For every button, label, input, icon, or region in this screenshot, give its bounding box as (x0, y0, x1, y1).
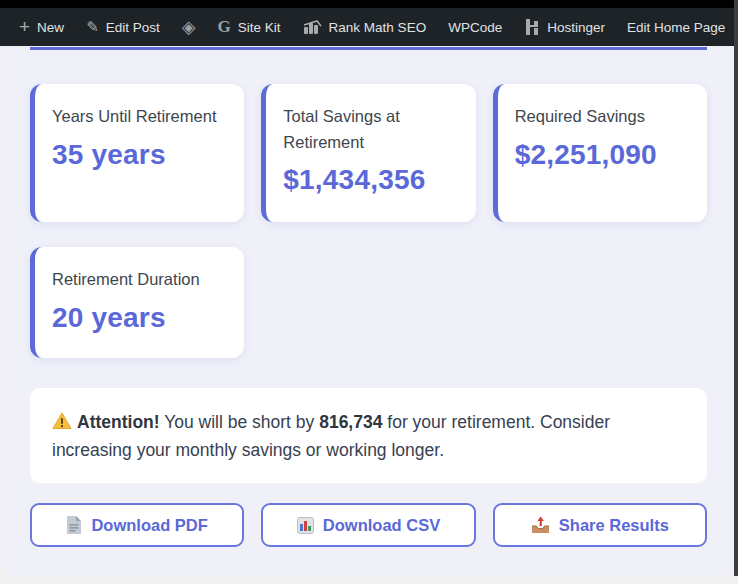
admin-bar-new-label: New (37, 20, 64, 35)
share-results-label: Share Results (559, 516, 669, 535)
alert-text-1: You will be short by (160, 412, 320, 432)
stat-cards-row: Years Until Retirement 35 years Total Sa… (30, 84, 707, 222)
card-label: Retirement Duration (52, 267, 228, 293)
retirement-calculator-widget: Years Until Retirement 35 years Total Sa… (2, 46, 734, 576)
admin-bar-edit-post[interactable]: ✎ Edit Post (75, 8, 171, 46)
diamond-icon: ◈ (182, 16, 196, 38)
window-edge-strip (734, 0, 738, 576)
card-value: 35 years (52, 139, 228, 171)
card-retirement-duration: Retirement Duration 20 years (30, 247, 244, 358)
admin-bar-hostinger-label: Hostinger (547, 20, 605, 35)
shortfall-alert: Attention! You will be short by 816,734 … (30, 388, 707, 483)
card-label: Required Savings (515, 104, 691, 130)
admin-bar-wpcode[interactable]: WPCode (437, 8, 513, 46)
card-total-savings: Total Savings at Retirement $1,434,356 (261, 84, 475, 222)
share-results-button[interactable]: Share Results (493, 503, 707, 547)
card-value: 20 years (52, 302, 228, 334)
admin-bar-edit-post-label: Edit Post (106, 20, 160, 35)
admin-bar-hostinger[interactable]: Hostinger (513, 8, 616, 46)
calculator-results-panel: Years Until Retirement 35 years Total Sa… (30, 47, 707, 547)
card-required-savings: Required Savings $2,251,090 (493, 84, 707, 222)
admin-bar-new[interactable]: + New (8, 8, 75, 46)
download-pdf-button[interactable]: Download PDF (30, 503, 244, 547)
share-icon (531, 516, 550, 534)
admin-bar-wpcode-label: WPCode (448, 20, 502, 35)
admin-bar-site-kit-label: Site Kit (238, 20, 281, 35)
admin-bar-rank-math[interactable]: Rank Math SEO (292, 8, 438, 46)
download-csv-button[interactable]: Download CSV (261, 503, 475, 547)
admin-bar-plugin-diamond[interactable]: ◈ (171, 8, 207, 46)
card-label: Years Until Retirement (52, 104, 228, 130)
alert-amount: 816,734 (319, 412, 382, 432)
admin-bar-edit-home-page-label: Edit Home Page (627, 20, 725, 35)
download-pdf-label: Download PDF (91, 516, 207, 535)
admin-bar-rank-math-label: Rank Math SEO (329, 20, 427, 35)
card-label: Total Savings at Retirement (283, 104, 459, 155)
document-icon (66, 516, 82, 534)
admin-bar-site-kit[interactable]: G Site Kit (207, 8, 292, 46)
warning-icon (52, 412, 72, 430)
card-value: $1,434,356 (283, 164, 459, 196)
google-g-icon: G (218, 17, 231, 37)
pencil-icon: ✎ (86, 18, 99, 36)
plus-icon: + (19, 17, 30, 36)
bar-chart-icon (297, 517, 314, 534)
wp-admin-bar: + New ✎ Edit Post ◈ G Site Kit Rank Math… (0, 8, 738, 46)
download-csv-label: Download CSV (323, 516, 440, 535)
card-value: $2,251,090 (515, 139, 691, 171)
chart-icon (303, 20, 322, 34)
alert-title: Attention! (77, 412, 160, 432)
action-buttons-row: Download PDF Download CSV Share Results (30, 503, 707, 547)
admin-bar-edit-home-page[interactable]: Edit Home Page (616, 8, 736, 46)
hostinger-h-icon (524, 19, 540, 35)
card-years-until-retirement: Years Until Retirement 35 years (30, 84, 244, 222)
window-top-strip (0, 0, 738, 8)
